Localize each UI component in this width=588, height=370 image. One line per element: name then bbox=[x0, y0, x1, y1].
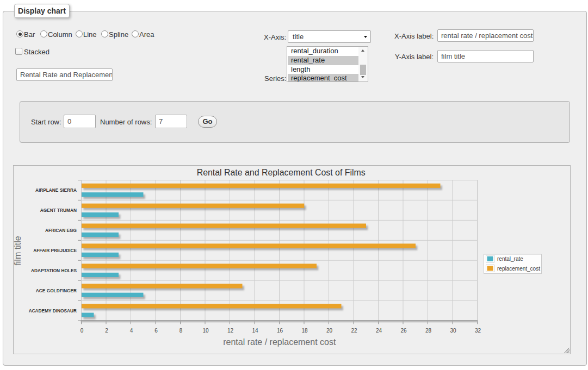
svg-text:20: 20 bbox=[326, 328, 333, 334]
svg-text:8: 8 bbox=[180, 328, 183, 334]
svg-text:10: 10 bbox=[202, 328, 209, 334]
svg-text:ADAPTATION HOLES: ADAPTATION HOLES bbox=[31, 268, 77, 273]
svg-text:6: 6 bbox=[154, 328, 158, 334]
svg-text:16: 16 bbox=[277, 328, 283, 334]
svg-text:rental rate / replacement cost: rental rate / replacement cost bbox=[223, 337, 336, 347]
svg-text:replacement_cost: replacement_cost bbox=[497, 266, 540, 272]
svg-text:0: 0 bbox=[81, 328, 84, 334]
svg-text:4: 4 bbox=[130, 328, 133, 334]
svg-text:14: 14 bbox=[252, 328, 258, 334]
svg-text:AGENT TRUMAN: AGENT TRUMAN bbox=[40, 208, 77, 213]
svg-text:2: 2 bbox=[105, 328, 108, 334]
svg-text:ACADEMY DINOSAUR: ACADEMY DINOSAUR bbox=[29, 308, 77, 313]
svg-text:rental_rate: rental_rate bbox=[497, 256, 523, 262]
svg-text:AIRPLANE SIERRA: AIRPLANE SIERRA bbox=[35, 187, 77, 193]
svg-text:22: 22 bbox=[351, 328, 357, 334]
svg-text:AFRICAN EGG: AFRICAN EGG bbox=[45, 228, 77, 233]
svg-text:Rental Rate and Replacement Co: Rental Rate and Replacement Cost of Film… bbox=[197, 168, 366, 177]
svg-text:18: 18 bbox=[301, 328, 308, 334]
svg-text:24: 24 bbox=[376, 328, 382, 334]
svg-text:32: 32 bbox=[475, 328, 481, 334]
svg-text:AFFAIR PREJUDICE: AFFAIR PREJUDICE bbox=[33, 248, 77, 253]
svg-text:26: 26 bbox=[400, 328, 407, 334]
svg-text:28: 28 bbox=[425, 328, 432, 334]
svg-text:30: 30 bbox=[450, 328, 456, 334]
svg-text:ACE GOLDFINGER: ACE GOLDFINGER bbox=[36, 288, 77, 293]
svg-text:12: 12 bbox=[227, 328, 234, 334]
svg-text:film title: film title bbox=[14, 236, 22, 265]
